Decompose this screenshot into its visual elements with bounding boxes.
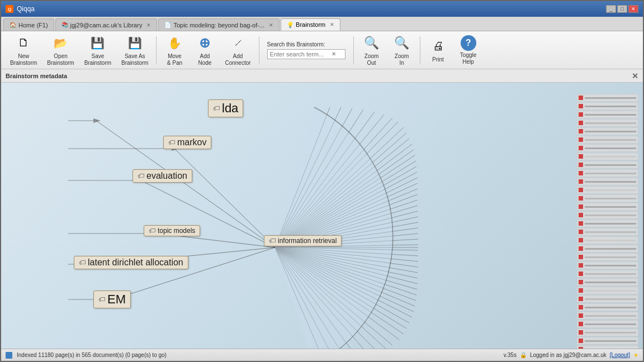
pdf-icon — [579, 96, 583, 100]
brainstorm-header-label: Brainstorm metadata — [6, 73, 67, 79]
logout-link[interactable]: [Logout] — [610, 352, 630, 358]
main-window: Q Qiqqa _ □ ✕ 🏠 Home (F1) 📚 jgj29@cam.ac… — [0, 0, 644, 362]
node-latent-dirichlet-tag[interactable]: 🏷 latent dirichlet allocation — [74, 256, 188, 269]
node-markov[interactable]: 🏷 markov — [163, 136, 211, 149]
status-indexed: Indexed 11180 page(s) in 565 document(s)… — [17, 352, 167, 358]
node-topic-models[interactable]: 🏷 topic models — [144, 225, 200, 236]
doc-thumb[interactable] — [577, 270, 638, 278]
title-bar: Q Qiqqa _ □ ✕ — [1, 1, 643, 17]
tab-library[interactable]: 📚 jgj29@cam.ac.uk's Library ✕ — [55, 18, 158, 31]
toolbar: 🗋 NewBrainstorm 📂 OpenBrainstorm 💾 SaveB… — [1, 31, 643, 69]
doc-thumb[interactable] — [577, 278, 638, 286]
doc-thumb[interactable] — [577, 136, 638, 144]
tab-topic[interactable]: 📄 Topic modeling: beyond bag-of-... ✕ — [158, 18, 280, 31]
library-tab-close[interactable]: ✕ — [146, 22, 151, 28]
search-input[interactable] — [270, 51, 332, 58]
close-button[interactable]: ✕ — [628, 5, 638, 13]
status-bar-right: v.35s 🔒 Logged in as jgj29@cam.ac.uk [Lo… — [504, 352, 638, 358]
move-pan-button[interactable]: ✋ Move& Pan — [160, 32, 189, 69]
toolbar-sep-1 — [156, 36, 157, 64]
node-evaluation[interactable]: 🏷 evaluation — [132, 169, 192, 183]
doc-thumb[interactable] — [577, 127, 638, 135]
pdf-icon — [579, 330, 583, 335]
zoom-out-button[interactable]: 🔍 ZoomOut — [357, 32, 386, 69]
pdf-icon — [579, 347, 583, 349]
doc-thumb[interactable] — [577, 211, 638, 219]
doc-thumb[interactable] — [577, 312, 638, 320]
open-brainstorm-button[interactable]: 📂 OpenBrainstorm — [42, 32, 78, 69]
save-as-brainstorm-button[interactable]: 💾 Save AsBrainstorm — [117, 32, 153, 69]
doc-thumb[interactable] — [577, 94, 638, 102]
doc-thumb[interactable] — [577, 337, 638, 345]
node-lda-tag[interactable]: 🏷 lda — [208, 99, 243, 117]
doc-thumb[interactable] — [577, 253, 638, 261]
doc-thumb[interactable] — [577, 295, 638, 303]
doc-thumb[interactable] — [577, 328, 638, 336]
doc-thumb[interactable] — [577, 345, 638, 349]
pdf-icon — [579, 255, 583, 259]
toolbar-sep-4 — [420, 36, 420, 64]
doc-thumb[interactable] — [577, 102, 638, 110]
node-markov-tag[interactable]: 🏷 markov — [163, 136, 211, 149]
svg-line-5 — [113, 247, 275, 299]
node-evaluation-tag[interactable]: 🏷 evaluation — [132, 169, 192, 183]
search-input-wrap[interactable]: ✕ — [267, 49, 345, 59]
minimize-button[interactable]: _ — [606, 5, 616, 13]
doc-thumb[interactable] — [577, 220, 638, 227]
doc-thumb[interactable] — [577, 169, 638, 177]
new-brainstorm-button[interactable]: 🗋 NewBrainstorm — [6, 32, 41, 69]
doc-thumb[interactable] — [577, 119, 638, 127]
brainstorm-tab-close[interactable]: ✕ — [330, 22, 334, 27]
doc-thumb[interactable] — [577, 236, 638, 244]
node-em[interactable]: 🏷 EM — [93, 290, 131, 308]
search-clear-icon[interactable]: ✕ — [332, 51, 336, 57]
status-bar: Indexed 11180 page(s) in 565 document(s)… — [1, 349, 643, 361]
doc-thumb[interactable] — [577, 261, 638, 269]
node-information-retrieval-tag[interactable]: 🏷 information retrieval — [264, 235, 342, 246]
node-lda[interactable]: 🏷 lda — [208, 99, 243, 117]
doc-thumb[interactable] — [577, 178, 638, 185]
node-information-retrieval[interactable]: 🏷 information retrieval — [264, 235, 342, 246]
star-icon[interactable]: ★ — [633, 352, 638, 358]
svg-line-2 — [141, 180, 275, 247]
svg-line-65 — [275, 247, 325, 349]
save-brainstorm-label: SaveBrainstorm — [84, 53, 111, 66]
doc-thumb[interactable] — [577, 194, 638, 202]
pdf-icon — [579, 213, 583, 217]
doc-thumb[interactable] — [577, 144, 638, 152]
doc-thumb[interactable] — [577, 245, 638, 253]
svg-line-72 — [275, 107, 341, 247]
topic-tab-close[interactable]: ✕ — [269, 22, 273, 28]
print-button[interactable]: 🖨 Print — [424, 35, 453, 65]
zoom-in-icon: 🔍 — [393, 34, 411, 52]
pdf-icon — [579, 146, 583, 150]
topic-tab-icon: 📄 — [164, 22, 171, 28]
brainstorm-canvas[interactable]: 🏷 lda 🏷 markov 🏷 evaluation — [1, 83, 643, 349]
maximize-button[interactable]: □ — [617, 5, 627, 13]
save-brainstorm-button[interactable]: 💾 SaveBrainstorm — [80, 32, 116, 69]
main-content: Brainstorm metadata ✕ — [1, 69, 643, 349]
doc-thumb[interactable] — [577, 153, 638, 160]
doc-thumb[interactable] — [577, 303, 638, 311]
zoom-in-button[interactable]: 🔍 ZoomIn — [387, 32, 416, 69]
tab-brainstorm[interactable]: 💡 Brainstorm ✕ — [281, 18, 340, 31]
add-connector-button[interactable]: ⟋ AddConnector — [220, 32, 255, 69]
node-latent-dirichlet[interactable]: 🏷 latent dirichlet allocation — [74, 256, 188, 269]
tab-home[interactable]: 🏠 Home (F1) — [3, 18, 54, 31]
toggle-help-button[interactable]: ? ToggleHelp — [454, 33, 483, 68]
brainstorm-header-close[interactable]: ✕ — [632, 72, 638, 80]
doc-thumb[interactable] — [577, 203, 638, 211]
doc-thumb[interactable] — [577, 111, 638, 118]
doc-thumb[interactable] — [577, 186, 638, 194]
doc-thumb[interactable] — [577, 320, 638, 328]
svg-line-56 — [275, 247, 404, 334]
window-controls: _ □ ✕ — [606, 5, 638, 13]
node-topic-models-tag[interactable]: 🏷 topic models — [144, 225, 200, 236]
pdf-icon — [579, 196, 583, 201]
svg-line-47 — [275, 247, 418, 284]
doc-thumb[interactable] — [577, 161, 638, 169]
doc-thumb[interactable] — [577, 228, 638, 236]
doc-thumb[interactable] — [577, 287, 638, 294]
add-node-button[interactable]: ⊕ AddNode — [190, 32, 219, 69]
node-em-tag[interactable]: 🏷 EM — [93, 290, 131, 308]
